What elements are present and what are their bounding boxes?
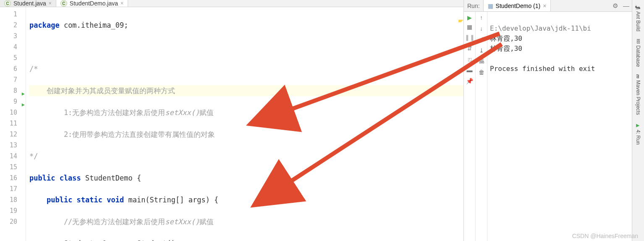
- export-icon[interactable]: ⏍: [468, 56, 471, 63]
- line-number[interactable]: 5: [0, 52, 26, 63]
- comment: 2:使用带参构造方法直接创建带有属性值的对象: [29, 129, 463, 140]
- java-class-icon: C: [4, 0, 11, 7]
- run-panel: Run: ▦ StudentDemo (1) × ⚙ — ▶ ❚❚ ⇵ ⏍ ▬ …: [464, 0, 632, 241]
- run-toolbar-secondary: ↑ ↓ ⏎ ⤓ 🖶 🗑: [476, 12, 487, 241]
- run-body: ▶ ❚❚ ⇵ ⏍ ▬ 📌 ↑ ↓ ⏎ ⤓ 🖶 🗑 E:\develop\Java…: [464, 12, 632, 241]
- layout-icon[interactable]: ⇵: [467, 45, 472, 52]
- close-icon[interactable]: ×: [543, 3, 546, 9]
- console-output[interactable]: E:\develop\Java\jdk-11\bi 林青霞,30 林青霞,30 …: [487, 12, 632, 241]
- watermark: CSDN @HainesFreeman: [572, 233, 638, 239]
- code-area[interactable]: package com.itheima_09; /* 创建对象并为其成员变量赋值…: [26, 7, 463, 241]
- tool-database[interactable]: 🗄Database: [635, 37, 641, 68]
- line-number[interactable]: 8▶: [0, 85, 26, 96]
- run-toolbar-primary: ▶ ❚❚ ⇵ ⏍ ▬ 📌: [464, 12, 476, 241]
- trash-icon[interactable]: 🗑: [479, 69, 484, 76]
- play-icon: ▶: [636, 123, 641, 128]
- line-number[interactable]: 4: [0, 42, 26, 52]
- editor-column: C Student.java × C StudentDemo.java × 12…: [0, 0, 464, 241]
- line-number[interactable]: 14: [0, 151, 26, 162]
- comment: 创建对象并为其成员变量赋值的两种方式: [29, 85, 463, 96]
- gear-icon[interactable]: ⚙: [610, 2, 620, 10]
- tool-run[interactable]: ▶4: Run: [635, 121, 641, 146]
- line-number[interactable]: 9▶: [0, 96, 26, 107]
- line-number[interactable]: 2: [0, 20, 26, 31]
- pin-icon[interactable]: 📌: [466, 78, 473, 84]
- java-class-icon: C: [60, 0, 67, 7]
- database-icon: 🗄: [636, 39, 641, 44]
- close-icon[interactable]: ×: [120, 0, 123, 6]
- editor-body: 12345678▶9▶1011121314151617181920 packag…: [0, 7, 463, 241]
- line-number[interactable]: 15: [0, 162, 26, 173]
- line-number[interactable]: 19: [0, 205, 26, 216]
- line-number[interactable]: 12: [0, 129, 26, 140]
- line-number[interactable]: 18: [0, 194, 26, 205]
- application-icon: ▦: [488, 3, 493, 9]
- pause-icon[interactable]: ❚❚: [465, 34, 475, 41]
- run-config-tab[interactable]: ▦ StudentDemo (1) ×: [483, 0, 551, 11]
- down-icon[interactable]: ↓: [480, 25, 483, 32]
- editor-tabs: C Student.java × C StudentDemo.java ×: [0, 0, 463, 7]
- close-icon[interactable]: ×: [49, 0, 52, 6]
- keyword: package: [29, 21, 60, 29]
- scrollbar-marker[interactable]: [458, 20, 463, 25]
- console-line: 林青霞,30: [490, 45, 522, 52]
- line-number[interactable]: 3: [0, 31, 26, 42]
- line-number[interactable]: 10: [0, 107, 26, 118]
- console-line: 林青霞,30: [490, 34, 522, 42]
- line-number[interactable]: 7: [0, 74, 26, 85]
- print-icon[interactable]: 🖶: [479, 58, 484, 65]
- line-number[interactable]: 11: [0, 118, 26, 129]
- line-number[interactable]: 6: [0, 63, 26, 74]
- tab-label: Student.java: [13, 0, 46, 7]
- dump-icon[interactable]: ▬: [467, 67, 473, 73]
- stop-icon[interactable]: [467, 25, 472, 30]
- minimize-icon[interactable]: —: [620, 2, 632, 9]
- tab-label: StudentDemo.java: [70, 0, 118, 7]
- code-text: com.itheima_09;: [60, 21, 128, 29]
- console-path: E:\develop\Java\jdk-11\bi: [490, 24, 591, 32]
- line-number[interactable]: 17: [0, 183, 26, 194]
- run-config-name: StudentDemo (1): [496, 3, 541, 9]
- tab-student-java[interactable]: C Student.java ×: [0, 0, 56, 7]
- tool-ant-build[interactable]: 🐜Ant Build: [635, 3, 641, 33]
- ant-icon: 🐜: [636, 4, 641, 10]
- tool-maven[interactable]: mMaven Projects: [635, 73, 641, 116]
- maven-icon: m: [636, 74, 641, 79]
- console-process-status: Process finished with exit: [490, 65, 595, 73]
- line-number[interactable]: 13: [0, 140, 26, 151]
- rerun-icon[interactable]: ▶: [467, 14, 472, 21]
- comment: /*: [29, 63, 463, 74]
- comment: */: [29, 151, 463, 162]
- wrap-icon[interactable]: ⏎: [479, 36, 484, 43]
- right-tool-strip: 🐜Ant Build 🗄Database mMaven Projects ▶4:…: [632, 0, 644, 241]
- line-number[interactable]: 1: [0, 9, 26, 20]
- scroll-icon[interactable]: ⤓: [479, 47, 484, 54]
- run-label[interactable]: Run:: [464, 3, 483, 9]
- up-icon[interactable]: ↑: [480, 14, 483, 21]
- tab-studentdemo-java[interactable]: C StudentDemo.java ×: [56, 0, 128, 7]
- gutter: 12345678▶9▶1011121314151617181920: [0, 7, 26, 241]
- line-number[interactable]: 20: [0, 216, 26, 227]
- line-number[interactable]: 16: [0, 173, 26, 183]
- run-header: Run: ▦ StudentDemo (1) × ⚙ —: [464, 0, 632, 12]
